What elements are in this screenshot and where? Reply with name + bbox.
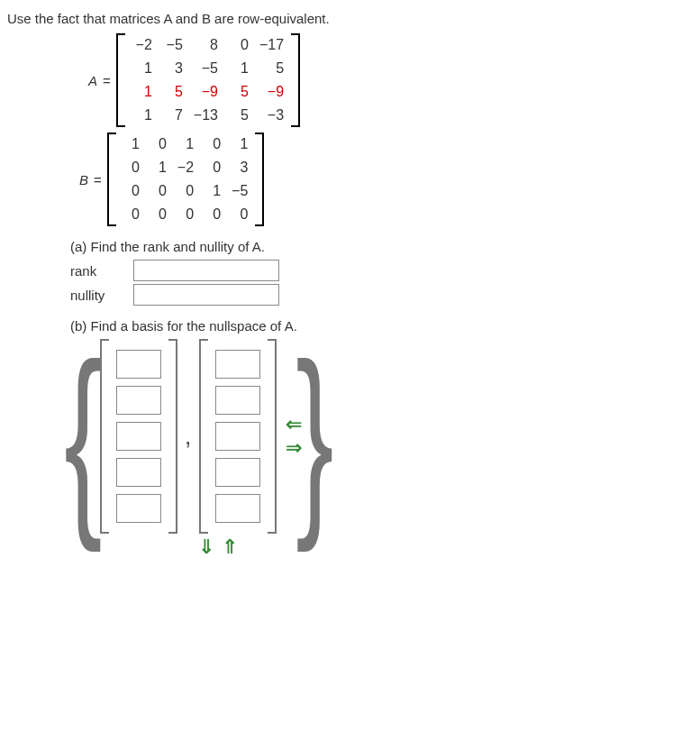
matrix-cell: 0 [118,156,145,179]
equals-sign: = [103,73,111,88]
matrix-cell: 1 [199,179,226,203]
vector-entry-input[interactable] [116,350,161,379]
basis-vector-1 [100,339,177,534]
matrix-cell: −13 [188,104,223,127]
curly-right-icon: } [295,343,333,530]
matrix-cell: 1 [226,133,253,156]
vector-entry-input[interactable] [116,494,161,523]
vector-entry-input[interactable] [215,494,260,523]
matrix-cell: −5 [158,33,188,57]
prompt-text: Use the fact that matrices A and B are r… [7,11,689,26]
equals-sign: = [94,172,102,188]
matrix-cell: 1 [127,104,158,127]
vector-comma: , [185,422,192,451]
matrix-cell: −3 [254,104,289,127]
matrix-a: −2−580−1713−51515−95−917−135−3 [116,33,300,127]
vector-entry-input[interactable] [116,422,161,451]
vector-entry-input[interactable] [116,386,161,415]
matrix-cell: −9 [254,80,289,104]
basis-set: { , ⇐ ⇒ } [70,339,689,534]
matrix-cell: 1 [127,80,158,104]
matrix-cell: 1 [223,57,254,80]
matrix-cell: 1 [127,57,158,80]
matrix-b-block: B = 1010101−2030001−500000 [79,133,689,226]
matrix-b-name: B [79,172,90,188]
matrix-cell: 5 [223,80,254,104]
matrix-b: 1010101−2030001−500000 [107,133,265,226]
rank-label: rank [70,263,133,279]
matrix-cell: 0 [223,33,254,57]
matrix-cell: 1 [172,133,199,156]
matrix-cell: 5 [254,57,289,80]
part-b-text: (b) Find a basis for the nullspace of A. [70,318,689,334]
matrix-cell: 8 [188,33,223,57]
matrix-cell: 1 [118,133,145,156]
matrix-cell: 0 [145,203,172,226]
nullity-input[interactable] [133,284,279,306]
matrix-cell: 0 [199,156,226,179]
matrix-cell: 0 [145,133,172,156]
rank-row: rank [70,260,689,281]
matrix-cell: 5 [158,80,188,104]
row-arrows: ⇓ ⇑ [196,537,689,557]
remove-row-arrow-icon[interactable]: ⇑ [222,537,238,557]
add-row-arrow-icon[interactable]: ⇓ [198,537,214,557]
matrix-cell: 7 [158,104,188,127]
rank-input[interactable] [133,260,279,281]
matrix-cell: 1 [145,156,172,179]
curly-left-icon: { [64,343,102,530]
vector-entry-input[interactable] [116,458,161,487]
matrix-cell: −5 [188,57,223,80]
matrix-cell: 5 [223,104,254,127]
matrix-a-name: A [88,73,99,88]
matrix-cell: 0 [199,133,226,156]
matrix-cell: 3 [226,156,253,179]
matrix-cell: 0 [172,203,199,226]
vector-entry-input[interactable] [215,350,260,379]
matrix-a-block: A = −2−580−1713−51515−95−917−135−3 [88,33,689,127]
nullity-row: nullity [70,284,689,306]
part-a-text: (a) Find the rank and nullity of A. [70,239,689,254]
matrix-cell: 0 [226,203,253,226]
vector-entry-input[interactable] [215,386,260,415]
vector-entry-input[interactable] [215,422,260,451]
matrix-cell: 0 [118,179,145,203]
matrix-cell: 0 [199,203,226,226]
matrix-cell: 3 [158,57,188,80]
nullity-label: nullity [70,288,133,303]
matrix-cell: 0 [172,179,199,203]
vector-entry-input[interactable] [215,458,260,487]
matrix-cell: −17 [254,33,289,57]
matrix-cell: 0 [118,203,145,226]
matrix-cell: 0 [145,179,172,203]
matrix-cell: −2 [172,156,199,179]
basis-vector-2 [199,339,277,534]
matrix-cell: −9 [188,80,223,104]
matrix-cell: −5 [226,179,253,203]
matrix-cell: −2 [127,33,158,57]
